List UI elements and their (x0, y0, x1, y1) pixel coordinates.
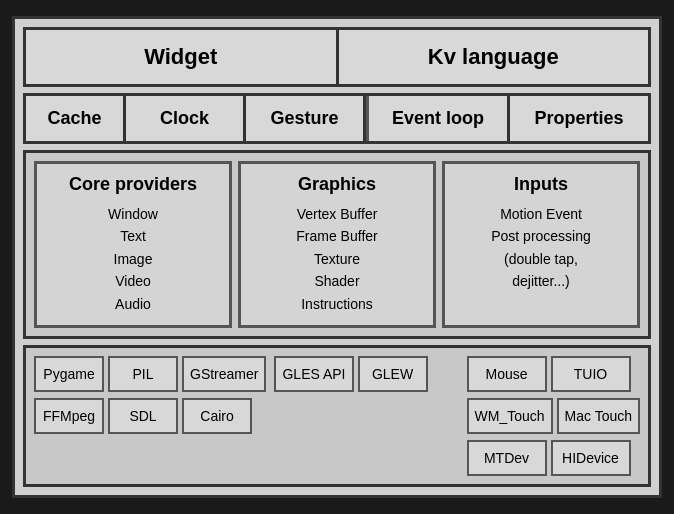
inputs-items: Motion EventPost processing(double tap,d… (455, 203, 627, 293)
cairo-label: Cairo (200, 408, 233, 424)
architecture-diagram: Widget Kv language Cache Clock Gesture E… (12, 16, 662, 498)
widget-block: Widget (26, 30, 339, 84)
mouse-label: Mouse (486, 366, 528, 382)
hidevice-label: HIDevice (562, 450, 619, 466)
inputs-section: Inputs Motion EventPost processing(doubl… (442, 161, 640, 328)
pil-label: PIL (132, 366, 153, 382)
gesture-cell: Gesture (246, 96, 366, 141)
eventloop-cell: Event loop (369, 96, 510, 141)
row4-mid-group: GLES API GLEW (274, 356, 427, 476)
mtdev-label: MTDev (484, 450, 529, 466)
graphics-section: Graphics Vertex BufferFrame BufferTextur… (238, 161, 436, 328)
core-providers-items: WindowTextImageVideoAudio (47, 203, 219, 315)
inputs-title: Inputs (455, 174, 627, 195)
cache-cell: Cache (26, 96, 126, 141)
row4-right-group: Mouse TUIO WM_Touch Mac Touch MTDev (467, 356, 640, 476)
row4-right-row2: WM_Touch Mac Touch (467, 398, 640, 434)
wmtouch-box: WM_Touch (467, 398, 553, 434)
core-providers-section: Core providers WindowTextImageVideoAudio (34, 161, 232, 328)
sdl-label: SDL (129, 408, 156, 424)
pil-box: PIL (108, 356, 178, 392)
row4-left-top: Pygame PIL GStreamer (34, 356, 266, 392)
row4-left-bottom: FFMpeg SDL Cairo (34, 398, 266, 434)
mouse-box: Mouse (467, 356, 547, 392)
kv-language-block: Kv language (339, 30, 649, 84)
glew-box: GLEW (358, 356, 428, 392)
graphics-title: Graphics (251, 174, 423, 195)
tuio-box: TUIO (551, 356, 631, 392)
mtdev-box: MTDev (467, 440, 547, 476)
ffmpeg-label: FFMpeg (43, 408, 95, 424)
clock-cell: Clock (126, 96, 246, 141)
gles-api-box: GLES API (274, 356, 353, 392)
row4-left-group: Pygame PIL GStreamer FFMpeg SDL Cairo (34, 356, 266, 476)
hidevice-box: HIDevice (551, 440, 631, 476)
wmtouch-label: WM_Touch (475, 408, 545, 424)
pygame-box: Pygame (34, 356, 104, 392)
kv-language-label: Kv language (428, 44, 559, 69)
row4-right-row1: Mouse TUIO (467, 356, 640, 392)
row1: Widget Kv language (23, 27, 651, 87)
clock-label: Clock (160, 108, 209, 128)
widget-label: Widget (144, 44, 217, 69)
properties-cell: Properties (510, 96, 648, 141)
row4: Pygame PIL GStreamer FFMpeg SDL Cairo (23, 345, 651, 487)
pygame-label: Pygame (43, 366, 94, 382)
eventloop-label: Event loop (392, 108, 484, 128)
graphics-items: Vertex BufferFrame BufferTextureShaderIn… (251, 203, 423, 315)
mactouch-label: Mac Touch (565, 408, 632, 424)
glew-label: GLEW (372, 366, 413, 382)
gesture-label: Gesture (270, 108, 338, 128)
cache-label: Cache (47, 108, 101, 128)
ffmpeg-box: FFMpeg (34, 398, 104, 434)
gstreamer-label: GStreamer (190, 366, 258, 382)
gles-api-label: GLES API (282, 366, 345, 382)
row4-right-row3: MTDev HIDevice (467, 440, 640, 476)
row4-mid-top: GLES API GLEW (274, 356, 427, 392)
tuio-label: TUIO (574, 366, 607, 382)
row3: Core providers WindowTextImageVideoAudio… (23, 150, 651, 339)
cairo-box: Cairo (182, 398, 252, 434)
properties-label: Properties (534, 108, 623, 128)
sdl-box: SDL (108, 398, 178, 434)
gstreamer-box: GStreamer (182, 356, 266, 392)
core-providers-title: Core providers (47, 174, 219, 195)
mactouch-box: Mac Touch (557, 398, 640, 434)
row2: Cache Clock Gesture Event loop Propertie… (23, 93, 651, 144)
